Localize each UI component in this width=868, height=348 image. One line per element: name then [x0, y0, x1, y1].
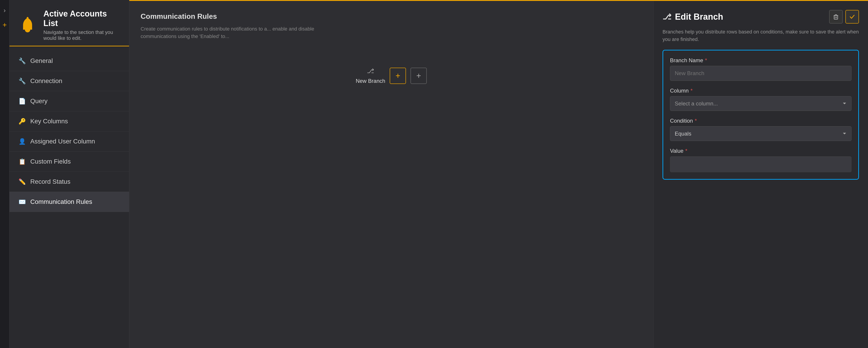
- sidebar-header-text: Active Accounts List Navigate to the sec…: [43, 9, 120, 41]
- sidebar-item-key-columns[interactable]: 🔑 Key Columns: [9, 111, 129, 132]
- edit-branch-form: Branch Name * Column * Select a column..…: [662, 50, 859, 180]
- connection-icon: 🔧: [19, 78, 26, 85]
- condition-label: Condition *: [670, 118, 851, 124]
- nav-label-key-columns: Key Columns: [30, 118, 68, 125]
- sidebar-item-query[interactable]: 📄 Query: [9, 91, 129, 111]
- sidebar-item-assigned-user-column[interactable]: 👤 Assigned User Column: [9, 132, 129, 152]
- sidebar-item-communication-rules[interactable]: ✉️ Communication Rules: [9, 192, 129, 212]
- svg-rect-3: [835, 15, 837, 16]
- edit-branch-header: ⎇ Edit Branch: [662, 10, 859, 24]
- confirm-branch-button[interactable]: [845, 10, 859, 24]
- sidebar-nav: 🔧 General 🔧 Connection 📄 Query 🔑 Key Col…: [9, 47, 129, 348]
- collapse-icon[interactable]: ›: [4, 7, 6, 14]
- branch-name-required: *: [705, 57, 707, 64]
- nav-label-assigned-user-column: Assigned User Column: [30, 138, 95, 145]
- edit-branch-description: Branches help you distribute rows based …: [662, 28, 859, 43]
- edit-branch-panel: ⎇ Edit Branch: [653, 1, 868, 348]
- value-label: Value *: [670, 148, 851, 154]
- email-icon: ✉️: [19, 198, 26, 205]
- branch-node: ⎇ New Branch: [356, 67, 385, 84]
- wrench-icon: 🔧: [19, 57, 26, 64]
- column-label: Column *: [670, 88, 851, 94]
- fields-icon: 📋: [19, 158, 26, 165]
- sidebar-header: Active Accounts List Navigate to the sec…: [9, 0, 129, 47]
- add-node-button[interactable]: +: [410, 68, 427, 84]
- sidebar-item-general[interactable]: 🔧 General: [9, 51, 129, 71]
- user-icon: 👤: [19, 138, 26, 145]
- svg-rect-0: [27, 17, 29, 19]
- comm-rules-title: Communication Rules: [141, 12, 642, 21]
- main-content: Communication Rules Create communication…: [129, 0, 868, 348]
- add-edge-icon[interactable]: +: [2, 21, 7, 29]
- add-branch-button[interactable]: +: [390, 68, 406, 84]
- branch-area: ⎇ New Branch + +: [141, 67, 642, 84]
- branch-name-group: Branch Name *: [670, 57, 851, 81]
- nav-label-general: General: [30, 57, 53, 64]
- sidebar-title: Active Accounts List: [43, 9, 120, 28]
- sidebar-item-record-status[interactable]: ✏️ Record Status: [9, 172, 129, 192]
- sidebar: Active Accounts List Navigate to the sec…: [9, 0, 129, 348]
- check-icon: [849, 13, 855, 20]
- record-status-icon: ✏️: [19, 178, 26, 185]
- sidebar-subtitle: Navigate to the section that you would l…: [43, 29, 120, 41]
- value-input[interactable]: [670, 156, 851, 172]
- key-icon: 🔑: [19, 118, 26, 125]
- comm-rules-panel: Communication Rules Create communication…: [129, 1, 653, 348]
- column-select[interactable]: Select a column...: [670, 96, 851, 111]
- branch-name-label: Branch Name *: [670, 57, 851, 64]
- bell-icon: [19, 16, 37, 34]
- condition-group: Condition * Equals Not Equals Contains G…: [670, 118, 851, 141]
- column-required: *: [690, 88, 692, 94]
- svg-rect-1: [834, 16, 838, 19]
- edit-branch-icon: ⎇: [662, 12, 671, 21]
- edit-branch-title-group: ⎇ Edit Branch: [662, 12, 723, 22]
- branch-node-label: New Branch: [356, 78, 385, 84]
- content-area: Communication Rules Create communication…: [129, 1, 868, 348]
- delete-branch-button[interactable]: [829, 10, 843, 24]
- comm-rules-description: Create communication rules to distribute…: [141, 25, 321, 40]
- query-icon: 📄: [19, 98, 26, 105]
- condition-select[interactable]: Equals Not Equals Contains Greater Than …: [670, 126, 851, 141]
- nav-label-custom-fields: Custom Fields: [30, 158, 71, 165]
- value-group: Value *: [670, 148, 851, 172]
- branch-node-icon: ⎇: [367, 67, 374, 75]
- column-group: Column * Select a column...: [670, 88, 851, 111]
- sidebar-item-custom-fields[interactable]: 📋 Custom Fields: [9, 152, 129, 172]
- nav-label-query: Query: [30, 97, 48, 105]
- sidebar-item-connection[interactable]: 🔧 Connection: [9, 71, 129, 91]
- nav-label-connection: Connection: [30, 77, 62, 85]
- nav-label-record-status: Record Status: [30, 178, 70, 185]
- edge-bar: › +: [0, 0, 9, 348]
- trash-icon: [833, 13, 839, 20]
- edit-branch-title-text: Edit Branch: [675, 12, 723, 22]
- nav-label-communication-rules: Communication Rules: [30, 198, 92, 205]
- branch-name-input[interactable]: [670, 66, 851, 81]
- value-required: *: [685, 148, 687, 154]
- condition-required: *: [694, 118, 697, 124]
- edit-branch-actions: [829, 10, 859, 24]
